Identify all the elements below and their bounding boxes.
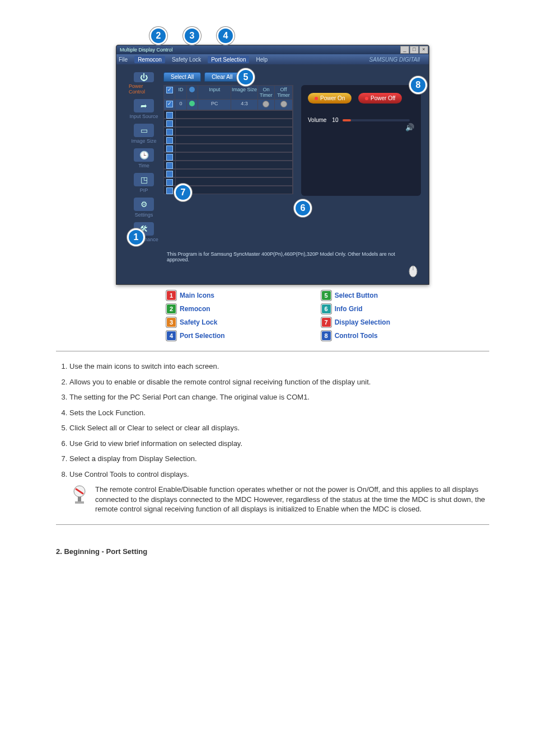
description-list: Use the main icons to switch into each s… (56, 361, 489, 479)
power-off-button[interactable]: Power Off (358, 93, 402, 104)
grid-header-off-timer: Off Timer (275, 86, 293, 99)
menu-help[interactable]: Help (256, 57, 268, 63)
grid-header-input: Input (198, 86, 231, 99)
row-checkbox[interactable] (166, 162, 173, 169)
sidebar-item-image-size[interactable]: ▭ Image Size (129, 121, 159, 144)
grid-header-status (187, 86, 198, 99)
divider (56, 524, 489, 525)
speaker-icon[interactable]: 🔊 (405, 123, 414, 132)
row-id: 0 (175, 99, 186, 110)
sidebar-item-settings[interactable]: ⚙ Settings (129, 195, 159, 218)
time-icon: 🕒 (134, 148, 154, 162)
callout-6: 6 (294, 199, 312, 217)
legend-2: Remocon (180, 305, 210, 313)
grid-header-check[interactable] (164, 86, 175, 99)
volume-value: 10 (332, 117, 338, 123)
legend-5: Select Button (335, 292, 378, 299)
desc-6: Use Grid to view brief information on se… (69, 439, 489, 449)
sidebar-item-input-source[interactable]: ➦ Input Source (129, 97, 159, 119)
menu-safety-lock[interactable]: Safety Lock (172, 57, 201, 63)
menubar: File Remocon Safety Lock Port Selection … (116, 54, 429, 64)
volume-label: Volume (308, 117, 326, 123)
row-checkbox[interactable] (166, 137, 173, 144)
row-image-size: 4:3 (231, 99, 258, 110)
desc-3: The setting for the PC Serial Port can c… (69, 392, 489, 402)
input-source-icon: ➦ (134, 99, 154, 112)
info-grid: ID Input Image Size On Timer Off Timer 0 (163, 85, 293, 194)
menu-port-selection[interactable]: Port Selection (208, 56, 249, 63)
desc-5: Click Select all or Clear to select or c… (69, 423, 489, 433)
row-checkbox[interactable] (166, 120, 173, 127)
power-icon: ⏻ (134, 72, 154, 82)
image-size-icon: ▭ (134, 124, 154, 137)
menu-remocon[interactable]: Remocon (134, 56, 165, 63)
volume-slider[interactable] (343, 119, 410, 121)
table-row[interactable]: 0 PC 4:3 (164, 99, 293, 110)
settings-icon: ⚙ (134, 198, 154, 211)
control-tools-panel: Power On Power Off Volume 10 🔊 (301, 85, 421, 196)
callout-8: 8 (409, 76, 427, 94)
grid-header-image-size: Image Size (231, 86, 258, 99)
sidebar-item-power-control[interactable]: ⏻ Power Control (129, 72, 159, 95)
legend-7: Display Selection (335, 318, 390, 326)
desc-7: Select a display from Display Selection. (69, 454, 489, 464)
row-checkbox[interactable] (166, 187, 173, 194)
clear-all-button[interactable]: Clear All (204, 72, 240, 82)
row-checkbox[interactable] (166, 154, 173, 161)
note-icon (69, 485, 90, 505)
volume-control: Volume 10 (308, 117, 414, 123)
grid-header-id: ID (175, 86, 186, 99)
power-on-button[interactable]: Power On (308, 93, 352, 104)
divider (56, 351, 489, 351)
window-titlebar: Multiple Display Control _ □ × (116, 45, 429, 54)
row-checkbox[interactable] (166, 101, 173, 107)
window-title: Multiple Display Control (120, 47, 173, 53)
legend: 1Main Icons 2Remocon 3Safety Lock 4Port … (116, 290, 429, 341)
legend-6: Info Grid (335, 305, 363, 313)
row-off-timer (280, 101, 287, 107)
callout-4: 4 (217, 27, 235, 45)
menu-file[interactable]: File (119, 57, 128, 63)
pip-icon: ◳ (134, 173, 154, 186)
status-message: This Program is for Samsung SyncMaster 4… (167, 251, 413, 262)
legend-1: Main Icons (180, 292, 214, 299)
legend-8: Control Tools (335, 332, 378, 340)
row-checkbox[interactable] (166, 129, 173, 135)
close-button[interactable]: × (419, 46, 428, 54)
grid-header-on-timer: On Timer (258, 86, 275, 99)
callout-2: 2 (149, 27, 167, 45)
legend-3: Safety Lock (180, 318, 217, 326)
row-on-timer (263, 101, 269, 107)
desc-4: Sets the Lock Function. (69, 408, 489, 418)
desc-8: Use Control Tools to control displays. (69, 469, 489, 480)
next-section-heading: 2. Beginning - Port Setting (56, 547, 489, 556)
desc-1: Use the main icons to switch into each s… (69, 361, 489, 372)
row-checkbox[interactable] (166, 112, 173, 119)
sidebar-item-time[interactable]: 🕒 Time (129, 146, 159, 168)
maximize-button[interactable]: □ (410, 46, 419, 54)
row-checkbox[interactable] (166, 179, 173, 186)
row-checkbox[interactable] (166, 171, 173, 177)
callout-7: 7 (174, 184, 192, 201)
app-window: Multiple Display Control _ □ × File Remo… (116, 45, 429, 285)
row-status-dot (189, 101, 195, 106)
callout-1: 1 (127, 228, 145, 246)
legend-4: Port Selection (180, 332, 225, 340)
sidebar: ⏻ Power Control ➦ Input Source ▭ Image S… (124, 72, 163, 245)
brand-label: SAMSUNG DIGITAll (369, 57, 420, 63)
sidebar-item-pip[interactable]: ◳ PIP (129, 171, 159, 193)
note-text: The remote control Enable/Disable functi… (95, 485, 489, 514)
callout-5: 5 (237, 68, 255, 86)
row-checkbox[interactable] (166, 145, 173, 152)
desc-2: Allows you to enable or disable the remo… (69, 377, 489, 387)
select-all-button[interactable]: Select All (163, 72, 201, 82)
svg-rect-4 (75, 501, 84, 504)
row-input: PC (198, 99, 231, 110)
mouse-icon (405, 262, 421, 278)
callout-3: 3 (183, 27, 201, 45)
minimize-button[interactable]: _ (400, 46, 409, 54)
